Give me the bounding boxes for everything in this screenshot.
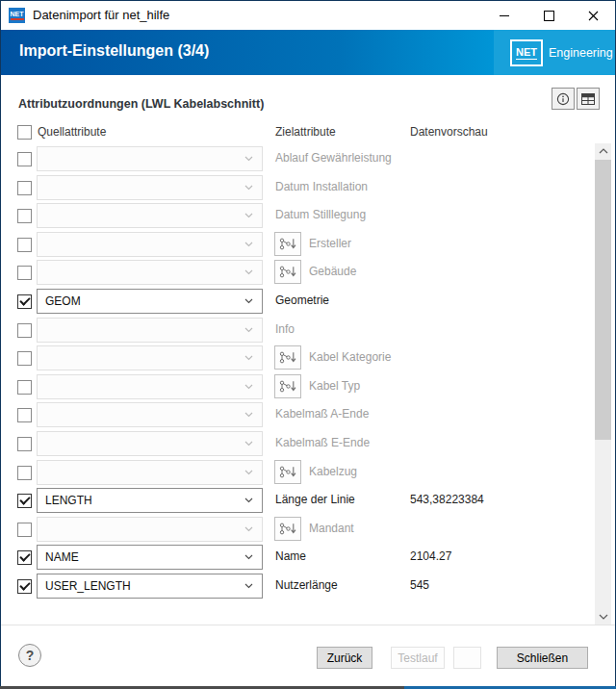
row-checkbox[interactable] <box>17 523 32 537</box>
row-checkbox[interactable] <box>17 323 32 338</box>
scroll-down-button[interactable] <box>595 609 611 625</box>
mapping-panel: Attributzuordnungen (LWL Kabelabschnitt)… <box>1 75 615 625</box>
row-checkbox[interactable] <box>17 408 32 422</box>
scroll-up-button[interactable] <box>595 143 611 159</box>
row-checkbox[interactable] <box>17 181 32 195</box>
source-dropdown[interactable] <box>37 402 263 427</box>
value-mapping-icon <box>279 380 296 393</box>
source-dropdown[interactable] <box>37 431 263 456</box>
column-header-row: Quellattribute Zielattribute Datenvorsch… <box>1 124 615 141</box>
mapping-row: Kabelzug <box>1 460 615 485</box>
minimize-icon <box>500 15 509 16</box>
value-mapping-button[interactable] <box>274 374 301 398</box>
row-checkbox[interactable] <box>17 266 32 280</box>
column-source: Quellattribute <box>38 125 106 139</box>
target-label: Name <box>275 549 306 563</box>
target-label: Länge der Linie <box>275 493 355 506</box>
row-checkbox[interactable] <box>17 152 32 166</box>
info-button[interactable] <box>552 88 575 110</box>
row-checkbox[interactable] <box>17 437 32 451</box>
source-dropdown[interactable] <box>37 232 263 257</box>
import-dialog-window: NET Datenimport für net_hilfe Import-Ein… <box>0 0 616 686</box>
row-checkbox[interactable] <box>17 380 32 395</box>
select-all-checkbox[interactable] <box>17 125 32 140</box>
dropdown-chevron-icon <box>244 498 253 503</box>
target-label: Datum Installation <box>275 180 368 193</box>
target-label: Kabelmaß E-Ende <box>275 436 370 449</box>
column-preview: Datenvorschau <box>410 125 488 139</box>
row-checkbox[interactable] <box>17 579 32 594</box>
mapping-row: Mandant <box>1 517 615 542</box>
mapping-row: Kabel Typ <box>1 374 615 399</box>
close-dialog-button[interactable]: Schließen <box>497 647 588 669</box>
table-icon <box>581 93 595 105</box>
value-mapping-button[interactable] <box>274 517 301 541</box>
titlebar: NET Datenimport für net_hilfe <box>1 1 615 30</box>
mapping-row: Gebäude <box>1 260 615 285</box>
mapping-rows: Ablauf Gewährleistung Datum Installation… <box>1 146 615 602</box>
row-checkbox[interactable] <box>17 238 32 252</box>
source-dropdown[interactable]: NAME <box>37 545 263 570</box>
row-checkbox[interactable] <box>17 351 32 366</box>
target-label: Kabelzug <box>309 465 357 478</box>
column-target: Zielattribute <box>275 125 336 139</box>
back-button[interactable]: Zurück <box>317 647 372 669</box>
source-dropdown[interactable] <box>37 318 263 343</box>
section-title: Attributzuordnungen (LWL Kabelabschnitt) <box>18 97 264 111</box>
dropdown-chevron-icon <box>244 185 253 191</box>
source-dropdown-value: NAME <box>38 550 244 564</box>
value-mapping-icon <box>279 266 296 278</box>
scrollbar-thumb[interactable] <box>595 160 611 440</box>
row-checkbox[interactable] <box>17 209 32 223</box>
value-mapping-button[interactable] <box>274 260 301 284</box>
value-mapping-icon <box>279 523 296 535</box>
source-dropdown[interactable]: GEOM <box>37 289 263 314</box>
vertical-scrollbar[interactable] <box>595 143 611 625</box>
target-label: Nutzerlänge <box>275 578 338 592</box>
close-button[interactable] <box>571 1 615 30</box>
target-label: Datum Stilllegung <box>275 208 366 221</box>
source-dropdown[interactable] <box>37 345 263 370</box>
row-checkbox[interactable] <box>17 494 32 508</box>
source-dropdown[interactable] <box>37 460 263 485</box>
table-view-button[interactable] <box>577 88 600 110</box>
source-dropdown-value: USER_LENGTH <box>38 579 244 593</box>
dropdown-chevron-icon <box>244 298 253 304</box>
dropdown-chevron-icon <box>244 441 253 447</box>
dropdown-chevron-icon <box>244 269 253 275</box>
mapping-row: Ablauf Gewährleistung <box>1 146 615 171</box>
target-label: Kabelmaß A-Ende <box>275 407 369 421</box>
source-dropdown[interactable] <box>37 260 263 285</box>
source-dropdown-value: GEOM <box>38 294 244 308</box>
value-mapping-button[interactable] <box>274 345 301 370</box>
dropdown-chevron-icon <box>244 554 253 560</box>
source-dropdown[interactable]: USER_LENGTH <box>37 574 263 599</box>
source-dropdown[interactable] <box>37 146 263 171</box>
mapping-row: Datum Stilllegung <box>1 203 615 228</box>
dropdown-chevron-icon <box>244 327 253 333</box>
preview-value: 545 <box>410 578 429 592</box>
value-mapping-icon <box>279 238 296 250</box>
source-dropdown[interactable] <box>37 517 263 542</box>
close-icon <box>588 11 599 21</box>
window-title: Datenimport für net_hilfe <box>33 8 169 22</box>
info-icon <box>556 92 570 106</box>
row-checkbox[interactable] <box>17 550 32 565</box>
brand-logo: NET Engineering <box>510 39 613 66</box>
value-mapping-button[interactable] <box>274 232 301 256</box>
row-checkbox[interactable] <box>17 294 32 309</box>
help-button[interactable]: ? <box>18 644 41 667</box>
test-run-button: Testlauf <box>391 647 445 669</box>
row-checkbox[interactable] <box>17 466 32 480</box>
dropdown-chevron-icon <box>244 526 253 532</box>
source-dropdown[interactable] <box>37 203 263 228</box>
source-dropdown[interactable]: LENGTH <box>37 488 263 513</box>
mapping-row: Kabelmaß E-Ende <box>1 431 615 456</box>
mapping-row: GEOM Geometrie <box>1 289 615 314</box>
maximize-button[interactable] <box>526 1 571 30</box>
value-mapping-button[interactable] <box>274 460 301 484</box>
source-dropdown[interactable] <box>37 374 263 399</box>
mapping-row: Datum Installation <box>1 175 615 200</box>
minimize-button[interactable] <box>482 1 526 30</box>
source-dropdown[interactable] <box>37 175 263 200</box>
